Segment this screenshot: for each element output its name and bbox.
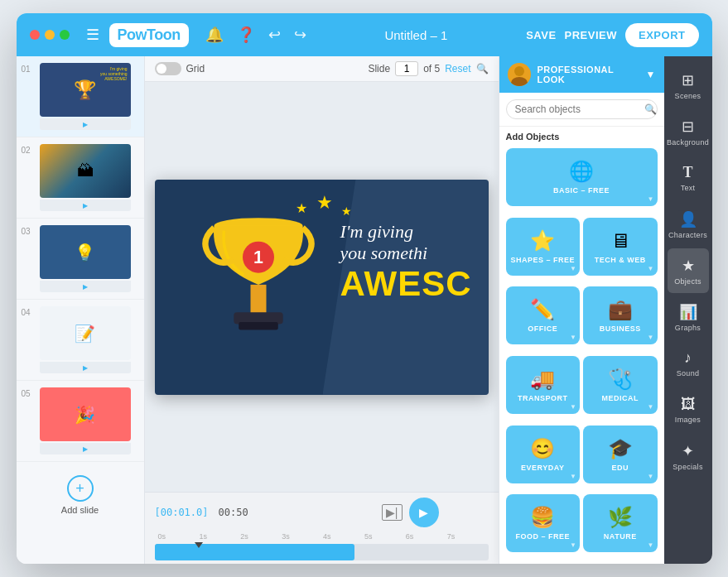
help-icon[interactable]: ❓ xyxy=(237,26,255,44)
ruler-mark-7s: 7s xyxy=(447,532,489,541)
tile-basic-free[interactable]: 🌐 BASIC – FREE ▼ xyxy=(506,148,658,206)
slide-5-bottom-bar: ▶ xyxy=(40,443,131,454)
slide-3-icon: 💡 xyxy=(75,243,95,262)
slide-thumb-3: 💡 xyxy=(40,225,131,279)
tile-everyday[interactable]: 😊 EVERYDAY ▼ xyxy=(506,426,581,483)
everyday-icon: 😊 xyxy=(530,437,555,460)
notification-icon[interactable]: 🔔 xyxy=(205,26,224,44)
zoom-in-icon[interactable]: 🔍 xyxy=(476,63,489,75)
icon-bar: ⊞ Scenes ⊟ Background T Text 👤 Character… xyxy=(664,56,712,564)
medical-icon: 🩺 xyxy=(608,368,633,391)
reset-button[interactable]: Reset xyxy=(445,63,470,75)
sidebar-item-sound[interactable]: ♪ Sound xyxy=(668,341,709,386)
sound-icon: ♪ xyxy=(684,349,692,367)
slide-item-3[interactable]: 03 💡 ▶ xyxy=(17,219,144,300)
maximize-button[interactable] xyxy=(60,30,70,40)
slide-number-3: 03 xyxy=(22,225,35,236)
redo-icon[interactable]: ↪ xyxy=(294,26,306,44)
sidebar-item-images[interactable]: 🖼 Images xyxy=(668,387,709,432)
tile-tech-web[interactable]: 🖥 TECH & WEB ▼ xyxy=(583,218,658,276)
slide-thumb-2: 🏔 xyxy=(40,144,131,198)
sidebar-item-specials[interactable]: ✦ Specials xyxy=(668,434,709,478)
canvas-text-line2: you somethi xyxy=(340,243,471,264)
toggle-knob xyxy=(157,64,166,74)
slide-thumb-5: 🎉 xyxy=(40,387,131,441)
tile-nature[interactable]: 🌿 NATURE ▼ xyxy=(583,494,658,552)
medical-arrow-icon: ▼ xyxy=(648,403,654,411)
specials-label: Specials xyxy=(673,463,702,471)
graphs-label: Graphs xyxy=(675,324,701,332)
panel-avatar xyxy=(508,63,531,86)
basic-free-icon: 🌐 xyxy=(569,160,594,183)
slide-thumb-1: 🏆 I'm givingyou somethingAWESOME! xyxy=(40,63,131,117)
slide-number-input[interactable] xyxy=(395,61,418,76)
close-button[interactable] xyxy=(30,30,40,40)
tile-transport[interactable]: 🚚 TRANSPORT ▼ xyxy=(506,356,581,414)
add-slide-label: Add slide xyxy=(61,505,99,515)
timeline-track xyxy=(155,544,489,560)
slide-item-4[interactable]: 04 📝 ▶ xyxy=(17,300,144,381)
frame-icon[interactable]: ▶| xyxy=(382,504,403,521)
objects-label: Objects xyxy=(674,277,701,286)
slide-4-arrow-icon: ▶ xyxy=(83,364,88,372)
characters-icon: 👤 xyxy=(679,210,697,228)
add-slide[interactable]: + Add slide xyxy=(17,465,144,525)
slide-item-5[interactable]: 05 🎉 ▶ xyxy=(17,381,144,462)
add-slide-button[interactable]: + xyxy=(67,475,94,502)
slide-1-bottom-bar: ▶ xyxy=(40,118,131,130)
sidebar-item-objects[interactable]: ★ Objects xyxy=(668,248,709,293)
header-actions: SAVE PREVIEW EXPORT xyxy=(526,23,698,47)
play-btn-area: ▶| ▶ xyxy=(382,498,439,527)
everyday-arrow-icon: ▼ xyxy=(570,473,576,480)
slide-item-1[interactable]: 01 🏆 I'm givingyou somethingAWESOME! ▶ xyxy=(17,56,144,137)
tech-web-icon: 🖥 xyxy=(610,229,630,252)
sidebar-item-scenes[interactable]: ⊞ Scenes xyxy=(668,63,709,108)
ruler-mark-1s: 1s xyxy=(199,532,240,541)
timeline-ruler: 0s 1s 2s 3s 4s 5s 6s 7s xyxy=(155,532,489,541)
slide-number-5: 05 xyxy=(22,387,35,398)
background-label: Background xyxy=(667,138,709,147)
slide-number-1: 01 xyxy=(22,63,35,74)
ruler-marks: 0s 1s 2s 3s 4s 5s 6s 7s xyxy=(158,532,489,541)
sound-label: Sound xyxy=(677,369,700,377)
grid-toggle[interactable]: Grid xyxy=(155,62,205,75)
minimize-button[interactable] xyxy=(45,30,55,40)
slide-1-text: I'm givingyou somethingAWESOME! xyxy=(100,66,128,81)
search-input[interactable] xyxy=(515,103,639,115)
ruler-mark-3s: 3s xyxy=(282,532,323,541)
menu-icon[interactable]: ☰ xyxy=(86,26,99,44)
slide-5-arrow-icon: ▶ xyxy=(83,445,88,453)
timeline-block[interactable] xyxy=(155,544,355,560)
undo-icon[interactable]: ↩ xyxy=(268,26,281,44)
business-icon: 💼 xyxy=(608,298,633,321)
sidebar-item-graphs[interactable]: 📊 Graphs xyxy=(668,295,709,339)
play-button[interactable]: ▶ xyxy=(409,498,439,527)
tile-medical[interactable]: 🩺 MEDICAL ▼ xyxy=(583,356,658,414)
logo: PowToon xyxy=(109,23,189,47)
save-button[interactable]: SAVE xyxy=(526,29,556,41)
panel-header: PROFESSIONAL LOOK ▼ xyxy=(499,56,664,93)
grid-label: Grid xyxy=(186,63,205,75)
grid-toggle-switch[interactable] xyxy=(155,62,181,75)
tile-edu[interactable]: 🎓 EDU ▼ xyxy=(583,426,658,483)
export-button[interactable]: EXPORT xyxy=(625,23,698,47)
slide-3-arrow-icon: ▶ xyxy=(83,283,88,291)
timeline: [00:01.0] 00:50 ▶| ▶ 0s 1s 2s 3s 4s 5s xyxy=(145,492,499,564)
tile-office[interactable]: ✏️ OFFICE ▼ xyxy=(506,286,581,344)
panel-title: PROFESSIONAL LOOK xyxy=(538,65,639,84)
sidebar-item-characters[interactable]: 👤 Characters xyxy=(668,202,709,247)
sidebar-item-text[interactable]: T Text xyxy=(668,156,709,200)
specials-icon: ✦ xyxy=(682,442,694,460)
slide-item-2[interactable]: 02 🏔 ▶ xyxy=(17,137,144,219)
slide-4-bottom-bar: ▶ xyxy=(40,362,131,373)
transport-arrow-icon: ▼ xyxy=(570,403,576,411)
tile-shapes-free[interactable]: ⭐ SHAPES – FREE ▼ xyxy=(506,218,581,276)
basic-free-label: BASIC – FREE xyxy=(550,186,613,195)
tile-food-free[interactable]: 🍔 FOOD – FREE ▼ xyxy=(506,494,581,552)
shapes-free-label: SHAPES – FREE xyxy=(507,256,578,264)
sidebar-item-background[interactable]: ⊟ Background xyxy=(668,109,709,154)
right-panel: PROFESSIONAL LOOK ▼ 🔍 Add Objects 🌐 BASI… xyxy=(499,56,664,564)
preview-button[interactable]: PREVIEW xyxy=(565,29,617,41)
tile-business[interactable]: 💼 BUSINESS ▼ xyxy=(583,286,658,344)
panel-dropdown-icon[interactable]: ▼ xyxy=(646,69,656,80)
